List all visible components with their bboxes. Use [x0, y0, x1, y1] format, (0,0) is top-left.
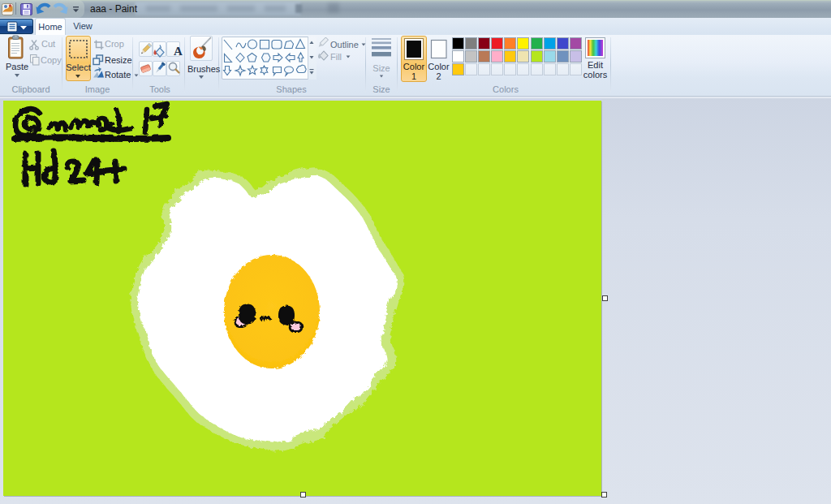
svg-text:A: A	[174, 45, 183, 58]
